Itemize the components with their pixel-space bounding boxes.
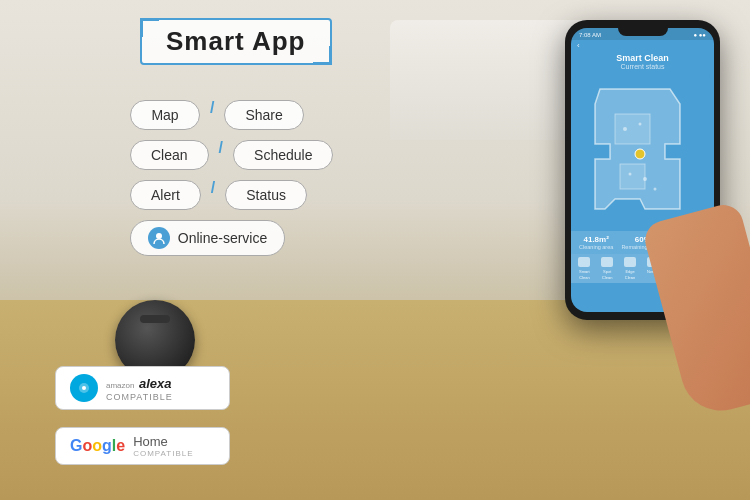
svg-point-12 xyxy=(635,149,645,159)
phone-back[interactable]: ‹ xyxy=(571,40,714,51)
alexa-brand: amazon alexa xyxy=(106,373,173,392)
alexa-badge: amazon alexa COMPATIBLE xyxy=(55,366,230,410)
svg-point-10 xyxy=(643,177,647,181)
smart-app-title: Smart App xyxy=(166,26,306,56)
nav-edge-clean-icon xyxy=(624,257,636,267)
phone-container: 7:08 AM ● ●● ‹ Smart Clean Current statu… xyxy=(565,20,720,320)
stat-area-label: Cleaning area xyxy=(579,244,613,250)
main-container: Smart App Map / Share Clean / Schedule A… xyxy=(0,0,750,500)
slash-2: / xyxy=(219,140,223,170)
status-time: 7:08 AM xyxy=(579,32,601,38)
nav-edge-clean[interactable]: EdgeClean xyxy=(624,257,636,280)
phone-header: Smart Clean Current status xyxy=(571,51,714,72)
status-battery: ● ●● xyxy=(693,32,706,38)
map-button[interactable]: Map xyxy=(130,100,200,130)
btn-row-3: Alert / Status xyxy=(130,180,333,210)
alexa-compatible: COMPATIBLE xyxy=(106,392,173,403)
btn-row-4: Online-service xyxy=(130,220,333,256)
phone-subtitle: Current status xyxy=(571,63,714,70)
nav-spot-clean[interactable]: SpotClean xyxy=(601,257,613,280)
map-svg xyxy=(585,79,695,224)
phone-notch xyxy=(618,28,668,36)
nav-smart-clean[interactable]: SmartClean xyxy=(578,257,590,280)
schedule-button[interactable]: Schedule xyxy=(233,140,333,170)
stat-area-value: 41.8m² xyxy=(579,235,613,244)
share-button[interactable]: Share xyxy=(224,100,303,130)
slash-1: / xyxy=(210,100,214,130)
svg-rect-5 xyxy=(615,114,650,144)
online-service-button[interactable]: Online-service xyxy=(130,220,285,256)
alexa-logo xyxy=(70,374,98,402)
stat-cleaning-area: 41.8m² Cleaning area xyxy=(579,235,613,250)
svg-point-4 xyxy=(82,386,86,390)
svg-point-7 xyxy=(623,127,627,131)
feature-buttons-group: Map / Share Clean / Schedule Alert / Sta… xyxy=(130,100,333,266)
online-service-icon xyxy=(148,227,170,249)
content-layer: Smart App Map / Share Clean / Schedule A… xyxy=(0,0,750,500)
alexa-text: amazon alexa COMPATIBLE xyxy=(106,373,173,403)
slash-3: / xyxy=(211,180,215,210)
svg-point-11 xyxy=(654,188,657,191)
btn-row-1: Map / Share xyxy=(130,100,333,130)
robot-top xyxy=(140,315,170,323)
svg-point-9 xyxy=(629,173,632,176)
clean-button[interactable]: Clean xyxy=(130,140,209,170)
svg-point-8 xyxy=(639,123,642,126)
status-button[interactable]: Status xyxy=(225,180,307,210)
svg-point-0 xyxy=(156,233,162,239)
nav-spot-clean-icon xyxy=(601,257,613,267)
nav-smart-clean-icon xyxy=(578,257,590,267)
google-home-badge: Google Home COMPATIBLE xyxy=(55,427,230,465)
btn-row-2: Clean / Schedule xyxy=(130,140,333,170)
google-logo: Google xyxy=(70,437,125,455)
alert-button[interactable]: Alert xyxy=(130,180,201,210)
google-home-text: Home COMPATIBLE xyxy=(133,434,193,458)
smart-app-title-box: Smart App xyxy=(140,18,332,65)
phone-map xyxy=(575,74,710,229)
svg-rect-6 xyxy=(620,164,645,189)
phone-title: Smart Clean xyxy=(571,53,714,63)
